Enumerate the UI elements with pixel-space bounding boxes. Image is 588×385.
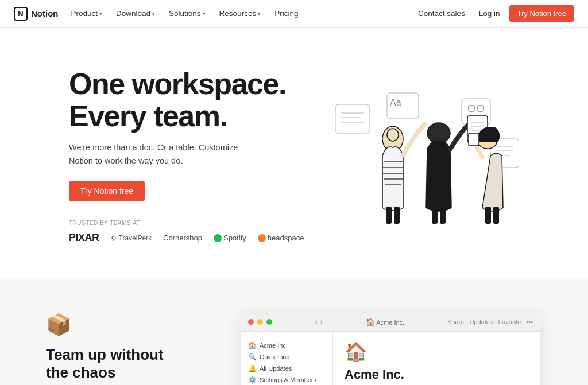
spotify-icon: [214, 234, 222, 242]
svg-rect-23: [394, 207, 400, 224]
svg-rect-32: [485, 207, 491, 224]
nav-item-download[interactable]: Download ▾: [110, 6, 161, 21]
section2-left: 📦 Team up without the chaos Connect your…: [46, 313, 207, 385]
logo-spotify: Spotify: [214, 234, 246, 242]
page-title: Acme Inc.: [345, 367, 528, 382]
chevron-down-icon: ▾: [258, 11, 261, 17]
sidebar-top-items: 🏠 Acme Inc. 🔍 Quick Find 🔔 All Updates: [241, 336, 332, 385]
acme-icon: 🏠: [248, 341, 256, 349]
svg-point-0: [112, 236, 115, 239]
nav-item-product[interactable]: Product ▾: [65, 6, 108, 21]
svg-rect-9: [469, 106, 474, 111]
svg-point-16: [387, 129, 399, 141]
nav-logo[interactable]: N Notion: [14, 7, 58, 21]
logo-travelperk: TravelPerk: [111, 234, 152, 242]
nav-right: Contact sales Log in Try Notion free: [413, 5, 574, 22]
page-icon: 🏠: [345, 341, 528, 363]
location-icon: [111, 235, 117, 241]
bell-icon: 🔔: [248, 364, 256, 372]
hero-subtitle: We're more than a doc. Or a table. Custo…: [69, 141, 241, 167]
gear-icon: ⚙️: [248, 376, 256, 384]
navbar: N Notion Product ▾ Download ▾ Solutions …: [0, 0, 588, 28]
breadcrumb: 🏠 Acme Inc.: [366, 318, 404, 326]
mockup-main-content: 🏠 Acme Inc. Company 🆕 What's New 🎯 Missi: [333, 332, 540, 385]
svg-rect-10: [478, 106, 483, 111]
nav-item-solutions[interactable]: Solutions ▾: [163, 6, 211, 21]
chevron-down-icon: ▾: [203, 11, 206, 17]
sidebar-item-settings[interactable]: ⚙️ Settings & Members: [241, 374, 332, 385]
chevron-down-icon: ▾: [99, 11, 102, 17]
hero-svg: Aa: [324, 81, 519, 231]
sidebar-item-allupdates[interactable]: 🔔 All Updates: [241, 363, 332, 374]
svg-point-24: [427, 123, 450, 143]
hero-illustration: Aa: [324, 81, 519, 231]
sidebar-item-acme-top[interactable]: 🏠 Acme Inc.: [241, 340, 332, 351]
logo-pixar: PIXAR: [69, 232, 99, 244]
svg-text:Aa: Aa: [390, 98, 401, 107]
nav-item-resources[interactable]: Resources ▾: [214, 6, 267, 21]
contact-sales-link[interactable]: Contact sales: [413, 6, 470, 21]
hero-title: One workspace. Every team.: [69, 68, 304, 132]
svg-rect-22: [386, 207, 392, 224]
nav-logo-text: Notion: [31, 9, 58, 18]
section2-title: Team up without the chaos: [46, 346, 207, 382]
section2-right: ‹ › 🏠 Acme Inc. Share Updates Favorite •…: [241, 313, 542, 385]
svg-rect-34: [469, 133, 479, 146]
logo-headspace: headspace: [258, 234, 304, 242]
mockup-sidebar: 🏠 Acme Inc. 🔍 Quick Find 🔔 All Updates: [241, 332, 333, 385]
svg-rect-26: [440, 207, 446, 224]
mockup-body: 🏠 Acme Inc. 🔍 Quick Find 🔔 All Updates: [241, 332, 540, 385]
svg-rect-33: [493, 207, 499, 224]
svg-rect-2: [335, 104, 370, 133]
mockup-titlebar: ‹ › 🏠 Acme Inc. Share Updates Favorite •…: [241, 313, 540, 332]
search-icon: 🔍: [248, 353, 256, 361]
nav-arrows: ‹ ›: [315, 317, 323, 326]
logo-cornershop: Cornershop: [163, 234, 202, 242]
hero-section: One workspace. Every team. We're more th…: [0, 28, 588, 278]
trusted-label: TRUSTED BY TEAMS AT: [69, 220, 304, 226]
sidebar-item-quickfind[interactable]: 🔍 Quick Find: [241, 351, 332, 363]
teamup-section: 📦 Team up without the chaos Connect your…: [0, 278, 588, 385]
headspace-icon: [258, 234, 266, 242]
nav-left: N Notion Product ▾ Download ▾ Solutions …: [14, 6, 304, 21]
try-notion-free-button[interactable]: Try Notion free: [509, 5, 575, 22]
close-icon[interactable]: [248, 319, 254, 325]
notion-logo-icon: N: [14, 7, 28, 21]
hero-cta-button[interactable]: Try Notion free: [69, 181, 145, 201]
team-icon: 📦: [46, 313, 207, 337]
topbar-actions: Share Updates Favorite •••: [447, 318, 533, 325]
trusted-logos: PIXAR TravelPerk Cornershop Spotify head…: [69, 232, 304, 244]
app-mockup: ‹ › 🏠 Acme Inc. Share Updates Favorite •…: [241, 313, 540, 385]
chevron-down-icon: ▾: [152, 11, 155, 17]
maximize-icon[interactable]: [266, 319, 272, 325]
hero-left: One workspace. Every team. We're more th…: [69, 68, 304, 244]
minimize-icon[interactable]: [257, 319, 263, 325]
login-link[interactable]: Log in: [474, 6, 505, 21]
svg-rect-25: [432, 207, 438, 224]
nav-item-pricing[interactable]: Pricing: [269, 6, 304, 21]
